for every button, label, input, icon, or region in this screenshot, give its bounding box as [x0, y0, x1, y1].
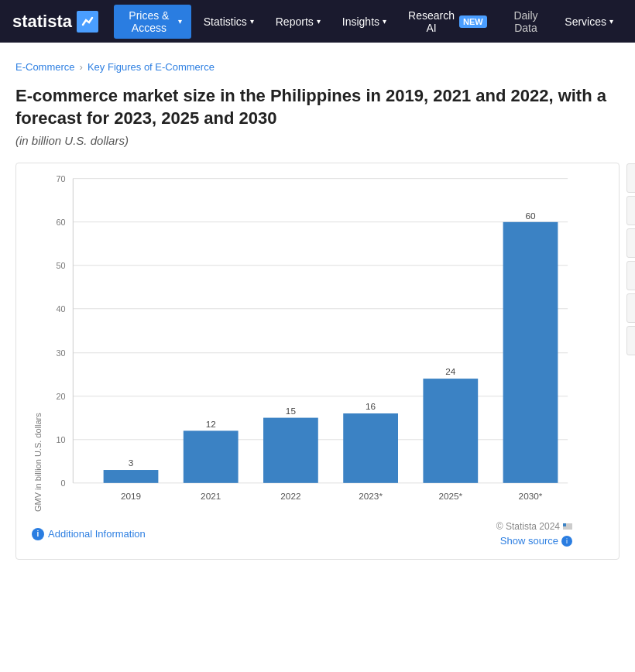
bar-2030 — [503, 222, 558, 483]
chart-subtitle: (in billion U.S. dollars) — [15, 134, 620, 147]
bar-label-2025: 2025* — [438, 492, 462, 502]
bar-label-2030: 2030* — [519, 492, 543, 502]
gear-button[interactable]: ⚙ — [626, 228, 635, 258]
logo: statista — [12, 11, 98, 33]
print-button[interactable] — [626, 326, 635, 355]
bar-2021 — [184, 431, 239, 483]
show-source-button[interactable]: Show source i — [500, 535, 572, 547]
nav-services[interactable]: Services ▾ — [555, 11, 623, 33]
svg-rect-26 — [563, 523, 566, 526]
new-badge: NEW — [459, 15, 487, 28]
bar-2022 — [263, 418, 318, 483]
nav-research[interactable]: Research AI NEW — [399, 5, 496, 39]
copyright: © Statista 2024 — [496, 521, 572, 532]
nav-reports[interactable]: Reports ▾ — [266, 11, 330, 33]
bar-value-2023: 16 — [366, 402, 376, 412]
bar-2023 — [343, 413, 398, 483]
chevron-down-icon: ▾ — [609, 17, 613, 26]
cite-button[interactable]: ❝ — [626, 293, 635, 323]
chevron-down-icon: ▾ — [178, 17, 182, 26]
additional-info-button[interactable]: i Additional Information — [32, 528, 146, 540]
source-info-icon: i — [561, 536, 572, 547]
bar-label-2019: 2019 — [121, 492, 141, 502]
svg-text:40: 40 — [56, 304, 65, 314]
logo-text: statista — [12, 12, 72, 32]
page-title: E-commerce market size in the Philippine… — [15, 85, 620, 129]
chart-footer: i Additional Information © Statista 2024… — [29, 521, 575, 547]
info-icon: i — [32, 528, 44, 540]
nav-statistics[interactable]: Statistics ▾ — [194, 11, 263, 33]
footer-right: © Statista 2024 Show source i — [496, 521, 572, 547]
svg-text:50: 50 — [56, 261, 65, 270]
chevron-down-icon: ▾ — [383, 17, 386, 26]
breadcrumb-key-figures[interactable]: Key Figures of E-Commerce — [88, 61, 215, 73]
flag-icon — [563, 522, 572, 531]
svg-text:30: 30 — [56, 348, 65, 358]
bar-value-2022: 15 — [286, 406, 297, 417]
bar-2019 — [104, 470, 159, 483]
nav-daily-data[interactable]: Daily Data — [499, 5, 553, 39]
navbar: statista Prices & Access ▾ Statistics ▾ … — [0, 0, 635, 43]
chevron-down-icon: ▾ — [250, 17, 254, 26]
share-button[interactable] — [626, 261, 635, 290]
chevron-down-icon: ▾ — [317, 17, 321, 26]
breadcrumb-separator: › — [80, 61, 83, 73]
nav-insights[interactable]: Insights ▾ — [333, 11, 396, 33]
svg-text:20: 20 — [56, 392, 65, 401]
svg-text:70: 70 — [56, 176, 65, 183]
bar-value-2030: 60 — [525, 211, 536, 221]
bar-value-2025: 24 — [445, 366, 456, 376]
bar-label-2022: 2022 — [280, 492, 300, 502]
breadcrumb-ecommerce[interactable]: E-Commerce — [15, 61, 75, 73]
star-button[interactable]: ★ — [626, 163, 635, 193]
y-axis-label: GMV in billion U.S. dollars — [29, 176, 43, 512]
svg-text:60: 60 — [56, 218, 65, 227]
bar-value-2021: 12 — [206, 419, 216, 429]
svg-text:0: 0 — [60, 478, 65, 488]
bar-2025 — [423, 379, 478, 483]
chart-inner: 0 10 20 30 40 50 60 70 — [43, 176, 575, 512]
nav-prices-access[interactable]: Prices & Access ▾ — [114, 5, 191, 39]
bar-chart: 0 10 20 30 40 50 60 70 — [43, 176, 575, 509]
action-buttons: ★ 🔔 ⚙ ❝ — [626, 163, 635, 355]
bar-label-2021: 2021 — [201, 492, 221, 502]
chart-area: GMV in billion U.S. dollars 0 10 20 30 4… — [29, 176, 575, 512]
logo-icon — [77, 11, 98, 33]
bar-value-2019: 3 — [129, 458, 134, 468]
breadcrumb: E-Commerce › Key Figures of E-Commerce — [15, 61, 620, 73]
bell-button[interactable]: 🔔 — [626, 196, 635, 225]
chart-container: ★ 🔔 ⚙ ❝ GMV in billion U.S. d — [15, 163, 620, 560]
svg-text:10: 10 — [56, 435, 65, 444]
bar-label-2023: 2023* — [359, 492, 383, 502]
page-content: E-Commerce › Key Figures of E-Commerce E… — [0, 43, 635, 578]
